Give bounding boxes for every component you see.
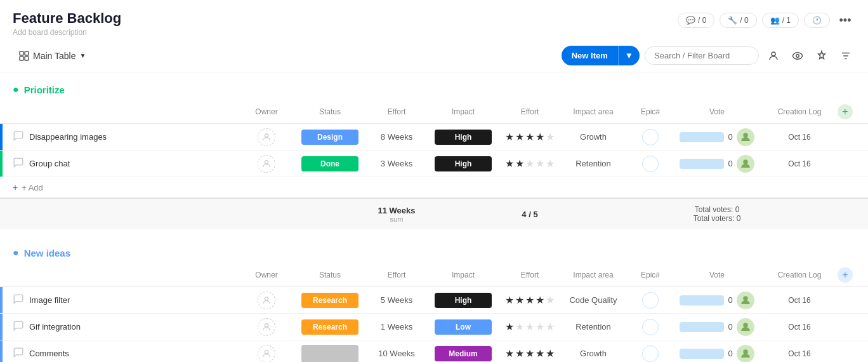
creation-date: Oct 16 [788,159,810,168]
col-effort2-header2: Effort [501,271,558,279]
status-empty[interactable] [301,345,358,363]
vote-count: 0 [728,132,732,142]
row-vote: 0 [673,345,761,363]
status-badge[interactable]: Done [301,156,358,171]
row-impact-area: Growth [558,132,628,142]
pin-icon[interactable] [812,46,831,65]
star-2: ★ [515,321,524,333]
row-epic [628,319,673,335]
impact-badge[interactable]: Low [435,319,492,335]
row-comment-icon[interactable] [13,130,24,144]
group-toggle-prioritize[interactable]: ● [13,84,19,95]
col-creation-header: Creation Log [761,107,838,116]
add-row-button-prioritize[interactable]: + + Add [0,177,868,198]
add-column-button-new-ideas[interactable]: + [838,267,853,283]
search-input[interactable] [645,46,759,65]
row-impact-area: Growth [558,349,628,358]
group-title-prioritize[interactable]: Prioritize [24,84,65,95]
header-right: 💬 / 0 🔧 / 0 👥 / 1 🕐 ••• [678,10,855,30]
row-creation: Oct 16 [761,323,838,332]
group-title-new-ideas[interactable]: New ideas [24,248,70,258]
owner-avatar-placeholder[interactable] [258,292,275,309]
new-item-dropdown-button[interactable]: ▼ [618,46,640,65]
col-effort-header: Effort [368,107,425,116]
star-4: ★ [536,347,544,359]
main-table-label: Main Table [33,51,76,61]
epic-circle-btn[interactable] [642,345,659,362]
filter-icon[interactable] [836,46,855,65]
owner-avatar-placeholder[interactable] [258,155,275,173]
activity-icon: 🔧 [728,16,737,25]
item-name[interactable]: Gif integration [29,322,241,332]
col-status-header: Status [292,107,368,116]
item-name[interactable]: Image filter [29,295,241,305]
table-row: Disappearing images Design 8 Weeks High … [0,124,868,151]
svg-point-16 [265,323,268,326]
owner-avatar-placeholder[interactable] [258,318,275,336]
row-comment-icon[interactable] [13,320,24,333]
status-badge[interactable]: Research [301,319,358,335]
impact-score: 4 / 5 [501,210,558,219]
impact-badge[interactable]: High [435,130,492,145]
owner-avatar-placeholder[interactable] [258,128,275,146]
row-name-group-chat: Group chat [3,157,241,170]
row-owner [241,292,292,309]
more-options-button[interactable]: ••• [835,10,855,30]
user-filter-icon[interactable] [764,46,783,65]
status-badge[interactable]: Research [301,293,358,308]
star-4: ★ [536,158,544,170]
members-stat[interactable]: 👥 / 1 [762,13,799,28]
vote-bar [680,132,724,142]
epic-circle-btn[interactable] [642,292,659,309]
status-badge[interactable]: Design [301,130,358,145]
new-item-button[interactable]: New Item [562,46,618,65]
vote-count: 0 [728,295,732,305]
col-effort-header2: Effort [368,271,425,279]
eye-icon[interactable] [788,46,807,65]
svg-rect-2 [20,57,23,60]
toolbar-right: New Item ▼ [562,46,855,65]
row-stars: ★ ★ ★ ★ ★ [501,294,558,306]
group-toggle-new-ideas[interactable]: ● [13,247,19,258]
star-1: ★ [505,158,514,170]
row-effort: 3 Weeks [368,159,425,168]
row-comment-icon[interactable] [13,347,24,360]
board: ● Prioritize Owner Status Effort Impact … [0,72,868,362]
epic-circle-btn[interactable] [642,319,659,335]
item-name[interactable]: Disappearing images [29,132,241,142]
row-vote: 0 [673,128,761,146]
row-comment-icon[interactable] [13,293,24,307]
epic-circle-btn[interactable] [642,129,659,145]
row-comment-icon[interactable] [13,157,24,170]
activity-stat[interactable]: 🔧 / 0 [720,13,756,28]
impact-badge[interactable]: High [435,293,492,308]
col-impact-area-header2: Impact area [558,271,628,279]
star-4: ★ [536,294,544,306]
impact-badge[interactable]: Medium [435,346,492,361]
star-5: ★ [546,321,555,333]
comments-stat[interactable]: 💬 / 0 [678,13,714,28]
comments-count: / 0 [698,16,706,25]
clock-stat[interactable]: 🕐 [804,13,830,28]
impact-badge[interactable]: High [435,156,492,171]
item-name[interactable]: Group chat [29,159,241,168]
star-1: ★ [505,294,514,306]
vote-count: 0 [728,322,732,332]
chevron-down-icon: ▼ [79,52,86,59]
group-header-prioritize: ● Prioritize [0,79,868,100]
star-4: ★ [536,131,544,143]
col-impact-header: Impact [425,107,501,116]
page-header: Feature Backlog Add board description 💬 … [0,0,868,42]
col-headers-new-ideas: Owner Status Effort Impact Effort Impact… [0,264,868,287]
row-epic [628,292,673,309]
epic-circle-btn[interactable] [642,156,659,172]
add-column-button-prioritize[interactable]: + [838,104,853,119]
col-add-header2: + [838,267,857,283]
main-table-button[interactable]: Main Table ▼ [13,47,92,65]
owner-avatar-placeholder[interactable] [258,345,275,363]
board-description[interactable]: Add board description [13,28,121,37]
table-icon [19,51,29,61]
item-name[interactable]: Comments [29,349,241,358]
row-epic [628,156,673,172]
creator-avatar [737,292,754,309]
